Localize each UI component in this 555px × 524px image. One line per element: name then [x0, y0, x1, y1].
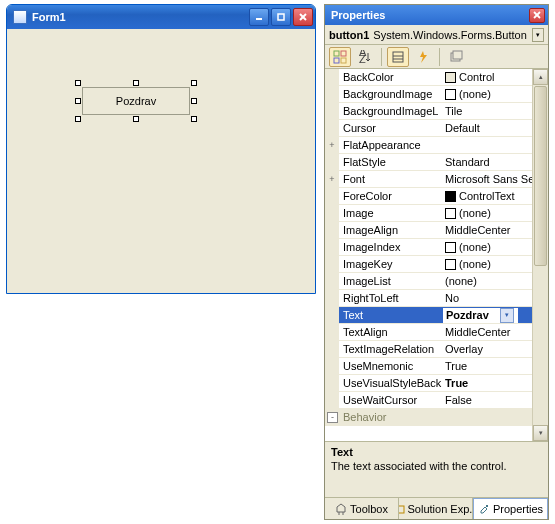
minimize-button[interactable] — [249, 8, 269, 26]
toolbar-separator — [439, 48, 440, 66]
object-selector[interactable]: button1 System.Windows.Forms.Button ▾ — [325, 25, 548, 45]
property-row[interactable]: CursorDefault — [325, 120, 532, 137]
description-title: Text — [331, 446, 542, 458]
properties-titlebar[interactable]: Properties — [325, 5, 548, 25]
property-row[interactable]: UseVisualStyleBackTrue — [325, 375, 532, 392]
property-row[interactable]: TextPozdrav▾ — [325, 307, 532, 324]
property-value[interactable]: Overlay — [443, 343, 532, 355]
property-name: BackColor — [339, 71, 443, 83]
property-row[interactable]: RightToLeftNo — [325, 290, 532, 307]
resize-handle-bc[interactable] — [133, 116, 139, 122]
property-value[interactable]: True — [443, 377, 532, 389]
resize-handle-mr[interactable] — [191, 98, 197, 104]
object-dropdown-icon[interactable]: ▾ — [532, 28, 544, 42]
properties-button[interactable] — [387, 47, 409, 67]
property-row[interactable]: Image(none) — [325, 205, 532, 222]
categorized-button[interactable] — [329, 47, 351, 67]
property-value[interactable]: (none) — [443, 241, 532, 253]
solution-icon — [399, 503, 405, 515]
category-row[interactable]: -Behavior — [325, 409, 532, 426]
property-value[interactable]: (none) — [443, 258, 532, 270]
form-titlebar[interactable]: Form1 — [7, 5, 315, 29]
property-value-text: True — [445, 377, 468, 389]
row-gutter — [325, 222, 339, 238]
property-value-text: False — [445, 394, 472, 406]
row-gutter — [325, 103, 339, 119]
events-button[interactable] — [412, 47, 434, 67]
property-value[interactable]: ControlText — [443, 190, 532, 202]
scroll-thumb[interactable] — [534, 86, 547, 266]
resize-handle-bl[interactable] — [75, 116, 81, 122]
row-gutter — [325, 120, 339, 136]
designer-button[interactable]: Pozdrav — [82, 87, 190, 115]
property-row[interactable]: +FontMicrosoft Sans Serif; — [325, 171, 532, 188]
resize-handle-tc[interactable] — [133, 80, 139, 86]
property-value[interactable]: Default — [443, 122, 532, 134]
property-value[interactable]: True — [443, 360, 532, 372]
resize-handle-br[interactable] — [191, 116, 197, 122]
property-row[interactable]: +FlatAppearance — [325, 137, 532, 154]
property-grid-wrap: BackColorControlBackgroundImage(none)Bac… — [325, 69, 548, 441]
property-row[interactable]: BackgroundImageLTile — [325, 103, 532, 120]
property-value-text: (none) — [459, 88, 491, 100]
scroll-up-button[interactable]: ▴ — [533, 69, 548, 85]
scroll-down-button[interactable]: ▾ — [533, 425, 548, 441]
selection-handles[interactable]: Pozdrav — [78, 83, 194, 119]
property-row[interactable]: TextAlignMiddleCenter — [325, 324, 532, 341]
property-row[interactable]: UseWaitCursorFalse — [325, 392, 532, 409]
svg-rect-21 — [486, 505, 488, 507]
property-value[interactable]: Tile — [443, 105, 532, 117]
property-row[interactable]: ImageList(none) — [325, 273, 532, 290]
property-grid[interactable]: BackColorControlBackgroundImage(none)Bac… — [325, 69, 532, 441]
svg-text:Z: Z — [359, 53, 366, 64]
chevron-down-icon[interactable]: ▾ — [500, 308, 514, 323]
svg-rect-8 — [334, 58, 339, 63]
property-row[interactable]: FlatStyleStandard — [325, 154, 532, 171]
property-row[interactable]: BackColorControl — [325, 69, 532, 86]
scrollbar[interactable]: ▴ ▾ — [532, 69, 548, 441]
property-row[interactable]: ImageKey(none) — [325, 256, 532, 273]
row-gutter — [325, 154, 339, 170]
property-value[interactable]: MiddleCenter — [443, 326, 532, 338]
property-value[interactable]: (none) — [443, 207, 532, 219]
property-value[interactable]: Microsoft Sans Serif; — [443, 173, 532, 185]
property-value[interactable]: MiddleCenter — [443, 224, 532, 236]
property-row[interactable]: ForeColorControlText — [325, 188, 532, 205]
alphabetical-button[interactable]: AZ — [354, 47, 376, 67]
tab-toolbox[interactable]: Toolbox — [325, 498, 399, 519]
property-value[interactable]: (none) — [443, 88, 532, 100]
property-row[interactable]: TextImageRelationOverlay — [325, 341, 532, 358]
properties-close-button[interactable] — [529, 8, 545, 23]
property-row[interactable]: ImageIndex(none) — [325, 239, 532, 256]
property-row[interactable]: ImageAlignMiddleCenter — [325, 222, 532, 239]
resize-handle-tr[interactable] — [191, 80, 197, 86]
property-name: ForeColor — [339, 190, 443, 202]
property-pages-button[interactable] — [445, 47, 467, 67]
property-name: ImageIndex — [339, 241, 443, 253]
resize-handle-tl[interactable] — [75, 80, 81, 86]
property-value[interactable]: (none) — [443, 275, 532, 287]
resize-handle-ml[interactable] — [75, 98, 81, 104]
property-row[interactable]: UseMnemonicTrue — [325, 358, 532, 375]
property-value[interactable]: Control — [443, 71, 532, 83]
property-value-text: Overlay — [445, 343, 483, 355]
property-name: UseMnemonic — [339, 360, 443, 372]
property-name: TextImageRelation — [339, 343, 443, 355]
color-swatch — [445, 191, 456, 202]
property-value[interactable]: No — [443, 292, 532, 304]
tab-solution-explorer[interactable]: Solution Exp... — [399, 498, 473, 519]
property-value[interactable]: False — [443, 394, 532, 406]
property-value[interactable]: Standard — [443, 156, 532, 168]
description-pane: Text The text associated with the contro… — [325, 441, 548, 497]
property-name: UseWaitCursor — [339, 394, 443, 406]
property-value-text: MiddleCenter — [445, 326, 510, 338]
row-gutter — [325, 324, 339, 340]
property-name: Text — [339, 309, 443, 321]
maximize-button[interactable] — [271, 8, 291, 26]
tab-properties[interactable]: Properties — [473, 498, 548, 519]
form-design-surface[interactable]: Pozdrav — [7, 29, 315, 293]
property-value-text: Tile — [445, 105, 462, 117]
close-button[interactable] — [293, 8, 313, 26]
tab-solution-label: Solution Exp... — [408, 503, 473, 515]
property-row[interactable]: BackgroundImage(none) — [325, 86, 532, 103]
